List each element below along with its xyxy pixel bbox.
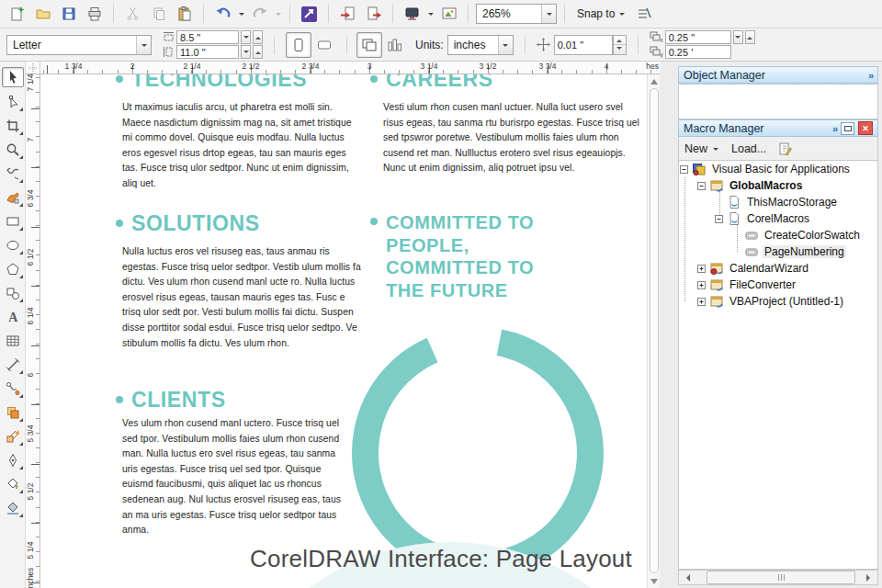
page-size-combo-arrow[interactable] [136, 36, 151, 54]
paste-button[interactable] [173, 3, 196, 25]
page-width-spin-down[interactable] [241, 30, 251, 44]
expand-plus-icon[interactable] [697, 298, 706, 306]
open-button[interactable] [31, 3, 54, 25]
vertical-scroll-thumb[interactable] [650, 88, 659, 573]
application-launcher-button[interactable] [401, 3, 424, 25]
zoom-level-combo[interactable]: 265% [476, 4, 557, 24]
parallel-dimension-tool[interactable] [3, 356, 23, 374]
pick-tool[interactable] [2, 67, 24, 87]
tree-item-pagenumbering[interactable]: PageNumbering [679, 243, 877, 260]
cut-button[interactable] [121, 3, 144, 25]
outline-pen-tool[interactable] [3, 451, 23, 469]
collapse-minus-icon[interactable] [680, 165, 688, 174]
new-document-button[interactable] [6, 3, 28, 25]
options-button[interactable] [632, 3, 655, 25]
edit-macro-icon[interactable] [777, 141, 792, 156]
basic-shapes-tool[interactable] [3, 284, 23, 302]
welcome-screen-button[interactable] [437, 3, 460, 25]
duplicate-x-field[interactable]: 0.25 " [665, 30, 731, 44]
current-page-button[interactable] [382, 32, 408, 58]
tree-item-vba-root[interactable]: Visual Basic for Applications [679, 161, 877, 177]
rectangle-tool[interactable] [3, 212, 23, 231]
text-tool[interactable]: A [3, 308, 23, 326]
copy-button[interactable] [147, 3, 170, 25]
object-manager-titlebar[interactable]: Object Manager » [678, 66, 878, 84]
duplicate-y-field[interactable]: 0.25 ' [665, 45, 731, 59]
page-width-field[interactable]: 8.5 " [176, 30, 239, 44]
connector-tool[interactable] [3, 379, 23, 398]
scroll-left-button[interactable] [679, 571, 694, 584]
bullet-icon [116, 75, 123, 83]
minimize-button[interactable] [841, 122, 854, 135]
tree-item-globalmacros[interactable]: GlobalMacros [679, 177, 877, 194]
new-dropdown-arrow[interactable] [713, 148, 718, 153]
collapse-chevron-icon[interactable]: » [868, 70, 873, 81]
undo-button[interactable] [211, 3, 234, 25]
polygon-tool[interactable] [3, 260, 23, 278]
ellipse-tool[interactable] [3, 236, 23, 254]
horizontal-scroll-thumb[interactable] [707, 571, 855, 584]
save-button[interactable] [57, 3, 80, 25]
shape-tool[interactable] [3, 93, 23, 111]
document-vertical-scrollbar[interactable] [647, 74, 660, 588]
redo-button[interactable] [248, 3, 271, 25]
units-combo-arrow[interactable] [498, 36, 513, 54]
application-launcher-dropdown[interactable] [426, 3, 435, 25]
landscape-button[interactable] [311, 32, 337, 58]
portrait-button[interactable] [286, 32, 311, 58]
redo-dropdown[interactable] [274, 3, 282, 25]
collapse-minus-icon[interactable] [715, 215, 723, 223]
page-height-field[interactable]: 11.0 " [176, 45, 239, 59]
search-content-button[interactable] [298, 3, 321, 25]
nudge-spinner[interactable] [613, 35, 627, 55]
tree-item-corelmacros[interactable]: CorelMacros [679, 210, 877, 227]
collapse-minus-icon[interactable] [697, 182, 706, 190]
smart-drawing-tool[interactable] [3, 188, 23, 207]
macro-manager-horizontal-scrollbar[interactable] [678, 570, 878, 585]
export-icon [368, 7, 377, 19]
duplicate-x-spin-up[interactable] [745, 30, 755, 44]
tree-item-fileconverter[interactable]: FileConverter [679, 277, 877, 293]
scroll-down-button[interactable] [649, 575, 660, 587]
all-pages-button[interactable] [356, 32, 382, 58]
freehand-tool[interactable] [3, 164, 23, 183]
horizontal-ruler[interactable]: 1 3/4 2 2 1/4 2 1/2 2 3/4 3 3 1/4 3 1/2 … [40, 62, 660, 74]
new-macro-button[interactable]: New [684, 142, 707, 155]
ruler-origin[interactable] [26, 62, 40, 74]
tree-item-createcolorswatch[interactable]: CreateColorSwatch [679, 227, 877, 243]
drawing-page[interactable]: TECHNOLOGIES Ut maximus iaculis arcu, ut… [40, 74, 647, 588]
expand-plus-icon[interactable] [697, 281, 706, 289]
tree-item-vbaproject-untitled[interactable]: VBAProject (Untitled-1) [679, 293, 877, 310]
page-width-spin-up[interactable] [253, 30, 263, 44]
export-button[interactable] [362, 3, 385, 25]
tree-item-thismacrostorage[interactable]: ThisMacroStorage [679, 194, 877, 210]
tree-item-calendarwizard[interactable]: CalendarWizard [679, 260, 877, 277]
print-button[interactable] [83, 3, 106, 25]
close-button[interactable]: ✕ [858, 121, 873, 135]
vertical-ruler[interactable]: 7 1/4 7 6 3/4 6 1/2 6 1/4 6 5 3/4 5 1/2 … [26, 74, 40, 588]
load-macro-button[interactable]: Load... [731, 142, 766, 155]
page-size-combo[interactable]: Letter [6, 35, 152, 55]
units-combo[interactable]: inches [447, 35, 514, 55]
import-button[interactable] [336, 3, 359, 25]
snap-to-dropdown[interactable]: Snap to [572, 3, 629, 25]
nudge-distance-field[interactable]: 0.01 " [554, 35, 613, 55]
drop-shadow-tool[interactable] [3, 403, 23, 422]
crop-tool[interactable] [3, 117, 23, 135]
duplicate-x-spin-down[interactable] [733, 30, 743, 44]
page-height-spin-down[interactable] [241, 45, 251, 59]
horizontal-scroll-track[interactable] [694, 571, 863, 584]
zoom-tool[interactable] [3, 141, 23, 159]
scroll-right-button[interactable] [863, 571, 877, 584]
fill-tool[interactable] [3, 475, 23, 493]
interactive-fill-tool[interactable] [3, 499, 23, 517]
expand-plus-icon[interactable] [697, 265, 706, 273]
macro-manager-titlebar[interactable]: Macro Manager » ✕ [678, 119, 878, 137]
extrude-tool[interactable] [3, 427, 23, 446]
collapse-chevron-icon[interactable]: » [832, 123, 837, 134]
zoom-combo-arrow[interactable] [541, 5, 556, 23]
table-tool[interactable] [3, 332, 23, 350]
undo-dropdown[interactable] [237, 3, 245, 25]
page-height-spin-up[interactable] [253, 45, 263, 59]
scroll-up-button[interactable] [649, 75, 660, 87]
